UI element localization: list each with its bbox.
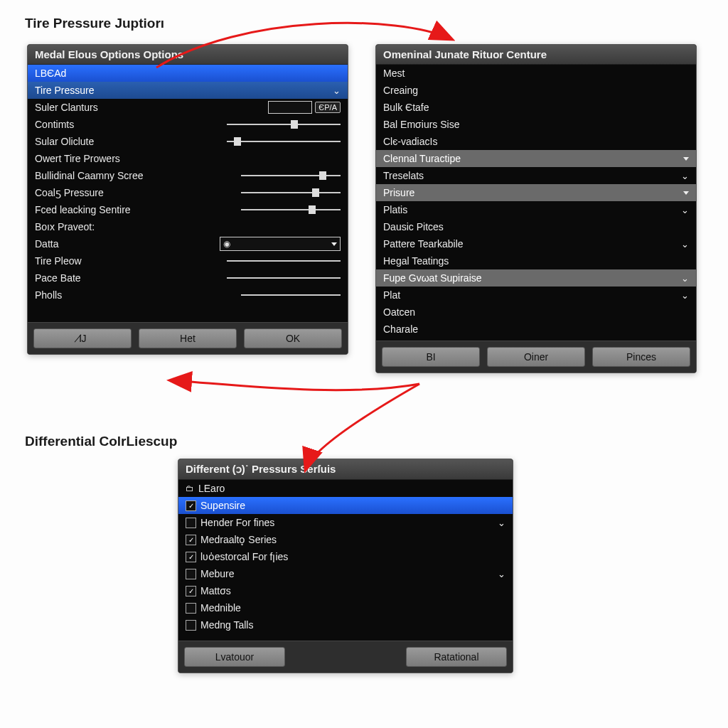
- chevron-down-icon: [683, 191, 689, 195]
- row-label: Mednible: [200, 602, 241, 614]
- row-label: Hender For fines: [200, 517, 274, 528]
- row-label: Coalƽ Pressure: [35, 187, 104, 198]
- slider[interactable]: [241, 192, 341, 193]
- list-item-clennal[interactable]: Clennal Turactipe: [376, 150, 696, 167]
- row-label: Fced leacking Sentire: [35, 204, 131, 215]
- panel-options: Medal Elous Options Options LВЄAd Tire P…: [27, 44, 348, 355]
- row-contimts[interactable]: Contimts: [28, 116, 348, 133]
- checkbox[interactable]: [186, 500, 196, 511]
- panel2-button-pinces[interactable]: Pinces: [592, 347, 690, 367]
- slider[interactable]: [227, 260, 341, 262]
- panel2-button-bi[interactable]: BI: [382, 347, 480, 367]
- list-item[interactable]: Pattere Tearkabile⌄: [376, 235, 696, 252]
- list-item[interactable]: Mednible: [178, 599, 513, 616]
- checkbox[interactable]: [186, 603, 196, 614]
- list-item[interactable]: Treselats⌄: [376, 167, 696, 184]
- panel3-title: Different (ɔ)˙ Pressurs Serſuis: [178, 459, 513, 480]
- checkbox[interactable]: [186, 552, 196, 562]
- row-label: LВЄAd: [35, 68, 66, 79]
- row-owert-tire-prowers[interactable]: Owert Tire Prowers: [28, 150, 348, 167]
- list-item[interactable]: Creaing: [376, 82, 696, 99]
- list-item-supensire[interactable]: Supensire: [178, 497, 513, 514]
- list-item[interactable]: Bal Emσiurs Sise: [376, 116, 696, 133]
- panel2-footer: BI Oiner Pinces: [376, 341, 696, 373]
- row-label: Dausic Pitces: [383, 221, 444, 232]
- row-fced-leacking[interactable]: Fced leacking Sentire: [28, 201, 348, 218]
- checkbox[interactable]: [186, 518, 196, 528]
- row-suler-clanturs[interactable]: Suler Clanturs ЄP/A: [28, 99, 348, 116]
- list-item[interactable]: Medraalto͎ Series: [178, 531, 513, 548]
- panel1-button-ok[interactable]: OK: [244, 328, 342, 348]
- panel2-button-oiner[interactable]: Oiner: [487, 347, 585, 367]
- checkbox[interactable]: [186, 569, 196, 579]
- panel1-button-het[interactable]: Het: [139, 328, 237, 348]
- list-item[interactable]: Clє-vadiacIs: [376, 133, 696, 150]
- row-tire-pressure[interactable]: Tire Pressure ⌄: [28, 82, 348, 99]
- checkbox[interactable]: [186, 586, 196, 596]
- row-label: Charale: [383, 323, 418, 335]
- row-boix-praveot[interactable]: Boıx Praveot:: [28, 218, 348, 235]
- panel3-button-lvatouor[interactable]: Lvatouor: [184, 647, 285, 667]
- row-label: Mattσs: [200, 585, 231, 596]
- list-item[interactable]: 🗀 LEaro: [178, 480, 513, 497]
- row-label: Sular Oliclute: [35, 136, 94, 147]
- row-label: Mebure: [200, 568, 234, 579]
- slider[interactable]: [227, 277, 341, 279]
- list-item[interactable]: Dausic Pitces: [376, 218, 696, 235]
- row-label: Creaing: [383, 85, 418, 96]
- row-label: LEaro: [198, 483, 225, 494]
- list-item[interactable]: lυȯestorcal For fꞁies: [178, 548, 513, 565]
- row-label: Tire Pressure: [35, 85, 95, 96]
- slider[interactable]: [241, 294, 341, 296]
- slider[interactable]: [227, 124, 341, 125]
- list-item[interactable]: Hender For fines ⌄: [178, 514, 513, 531]
- row-label: Pace Bate: [35, 272, 81, 284]
- row-tire-pleow[interactable]: Tire Pleow: [28, 252, 348, 269]
- input-box[interactable]: [268, 101, 312, 114]
- row-label: Bullidinal Caamny Scree: [35, 170, 144, 181]
- checkbox[interactable]: [186, 620, 196, 631]
- row-label: Medng Talls: [200, 619, 253, 631]
- panel2-title: Omeninal Junate Rituor Centure: [376, 45, 696, 65]
- list-item-prisure[interactable]: Prisure: [376, 184, 696, 201]
- row-pholls[interactable]: Pholls: [28, 287, 348, 304]
- row-coals-pressure[interactable]: Coalƽ Pressure: [28, 184, 348, 201]
- panel1-button-1[interactable]: I̸J: [33, 328, 132, 348]
- row-pace-bate[interactable]: Pace Bate: [28, 269, 348, 287]
- check-icon: ⌄: [681, 171, 689, 181]
- row-label: Clennal Turactipe: [383, 153, 461, 164]
- list-item[interactable]: Bulk Єtafe: [376, 99, 696, 116]
- list-item[interactable]: Medng Talls: [178, 616, 513, 633]
- list-item[interactable]: Hegal Teatings: [376, 252, 696, 269]
- check-icon: ⌄: [681, 273, 689, 284]
- folder-icon: 🗀: [186, 483, 194, 493]
- slider[interactable]: [241, 175, 341, 176]
- list-item[interactable]: Mest: [376, 65, 696, 82]
- row-label: Tire Pleow: [35, 255, 82, 267]
- row-lead[interactable]: LВЄAd: [28, 65, 348, 82]
- list-item[interactable]: Charale: [376, 321, 696, 338]
- row-label: Bal Emσiurs Sise: [383, 119, 459, 130]
- chevron-down-icon: [331, 242, 337, 246]
- row-label: Datta: [35, 238, 58, 250]
- row-datta[interactable]: Datta ◉: [28, 235, 348, 252]
- list-item-fupe[interactable]: Fupe Gvωat Supiraise⌄: [376, 269, 696, 287]
- checkbox[interactable]: [186, 535, 196, 545]
- list-item[interactable]: Mebure ⌄: [178, 565, 513, 582]
- dropdown[interactable]: ◉: [220, 237, 341, 251]
- row-label: Pattere Tearkabile: [383, 238, 464, 250]
- slider[interactable]: [227, 141, 341, 142]
- row-label: Suler Clanturs: [35, 102, 98, 113]
- list-item[interactable]: Platis⌄: [376, 201, 696, 218]
- panel3-button-ratational[interactable]: Ratational: [406, 647, 507, 667]
- row-bullidinal[interactable]: Bullidinal Caamny Scree: [28, 167, 348, 184]
- row-label: Clє-vadiacIs: [383, 136, 437, 147]
- row-label: Hegal Teatings: [383, 255, 449, 267]
- panel2-body: Mest Creaing Bulk Єtafe Bal Emσiurs Sise…: [376, 65, 696, 341]
- row-sular-oliclute[interactable]: Sular Oliclute: [28, 133, 348, 150]
- slider[interactable]: [241, 209, 341, 210]
- list-item[interactable]: Plat⌄: [376, 287, 696, 304]
- list-item[interactable]: Mattσs: [178, 582, 513, 599]
- row-label: lυȯestorcal For fꞁies: [200, 551, 288, 562]
- list-item[interactable]: Oatcen: [376, 304, 696, 321]
